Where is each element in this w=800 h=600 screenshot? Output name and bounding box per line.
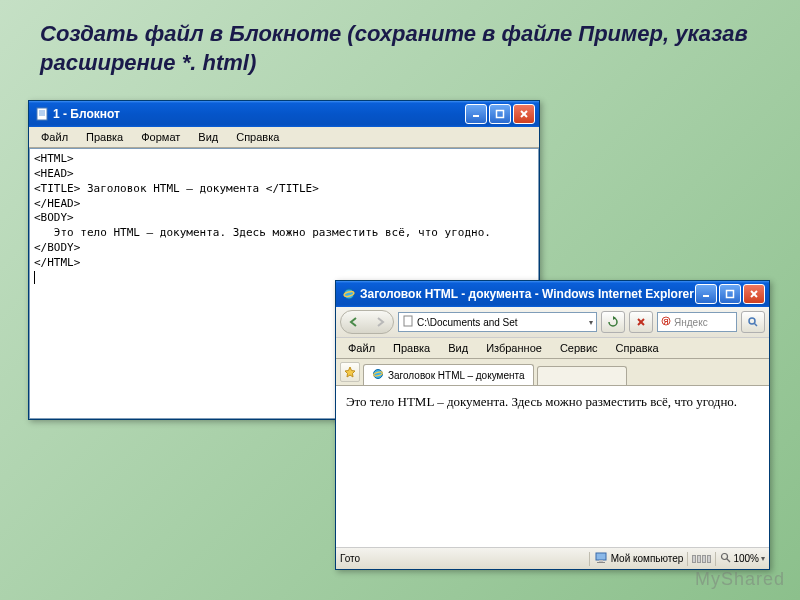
- notepad-menubar: Файл Правка Формат Вид Справка: [29, 127, 539, 148]
- page-icon: [402, 315, 414, 329]
- notepad-icon: [35, 107, 49, 121]
- forward-button[interactable]: [367, 311, 393, 333]
- maximize-button[interactable]: [719, 284, 741, 304]
- menu-help[interactable]: Справка: [228, 129, 287, 145]
- menu-file[interactable]: Файл: [33, 129, 76, 145]
- nav-back-forward: [340, 310, 394, 334]
- svg-point-26: [722, 554, 728, 560]
- menu-favorites[interactable]: Избранное: [478, 340, 550, 356]
- close-button[interactable]: [743, 284, 765, 304]
- refresh-button[interactable]: [601, 311, 625, 333]
- search-go-button[interactable]: [741, 311, 765, 333]
- window-controls: [695, 284, 765, 304]
- computer-icon: [594, 552, 608, 566]
- window-controls: [465, 104, 535, 124]
- tab-active[interactable]: Заголовок HTML – документа: [363, 364, 534, 385]
- address-bar[interactable]: C:\Documents and Set ▾: [398, 312, 597, 332]
- security-zone[interactable]: Мой компьютер: [594, 552, 684, 566]
- ie-window: Заголовок HTML - документа - Windows Int…: [335, 280, 770, 570]
- svg-rect-11: [727, 291, 734, 298]
- address-text: C:\Documents and Set: [417, 317, 586, 328]
- menu-help[interactable]: Справка: [608, 340, 667, 356]
- ie-menubar: Файл Правка Вид Избранное Сервис Справка: [336, 338, 769, 359]
- ie-navigation-toolbar: C:\Documents and Set ▾ Я Яндекс: [336, 307, 769, 338]
- favorites-star-button[interactable]: [340, 362, 360, 382]
- watermark: MyShared: [695, 569, 785, 590]
- slide-title: Создать файл в Блокноте (сохраните в фай…: [40, 20, 760, 77]
- search-box[interactable]: Я Яндекс: [657, 312, 737, 332]
- stop-button[interactable]: [629, 311, 653, 333]
- ie-tabbar: Заголовок HTML – документа: [336, 359, 769, 386]
- svg-point-19: [749, 318, 755, 324]
- svg-rect-14: [404, 316, 412, 326]
- maximize-button[interactable]: [489, 104, 511, 124]
- notepad-title: 1 - Блокнот: [53, 107, 465, 121]
- zoom-dropdown-icon[interactable]: ▾: [761, 554, 765, 563]
- svg-line-27: [727, 559, 730, 562]
- minimize-button[interactable]: [695, 284, 717, 304]
- menu-file[interactable]: Файл: [340, 340, 383, 356]
- menu-edit[interactable]: Правка: [78, 129, 131, 145]
- page-body-text: Это тело HTML – документа. Здесь можно р…: [346, 394, 737, 409]
- tab-new[interactable]: [537, 366, 627, 385]
- svg-rect-24: [599, 560, 603, 562]
- ie-statusbar: Гото Мой компьютер 100% ▾: [336, 547, 769, 569]
- minimize-button[interactable]: [465, 104, 487, 124]
- back-button[interactable]: [341, 311, 367, 333]
- svg-text:Я: Я: [663, 318, 668, 325]
- text-caret: [34, 271, 35, 284]
- svg-rect-25: [597, 562, 605, 563]
- svg-line-20: [755, 324, 758, 327]
- svg-rect-23: [596, 553, 606, 560]
- search-placeholder: Яндекс: [674, 317, 708, 328]
- menu-edit[interactable]: Правка: [385, 340, 438, 356]
- zoom-value: 100%: [733, 553, 759, 564]
- ie-titlebar[interactable]: Заголовок HTML - документа - Windows Int…: [336, 281, 769, 307]
- notepad-titlebar[interactable]: 1 - Блокнот: [29, 101, 539, 127]
- ie-title: Заголовок HTML - документа - Windows Int…: [360, 287, 695, 301]
- ie-page-body: Это тело HTML – документа. Здесь можно р…: [336, 386, 769, 547]
- menu-service[interactable]: Сервис: [552, 340, 606, 356]
- close-button[interactable]: [513, 104, 535, 124]
- zoom-control[interactable]: 100% ▾: [720, 552, 765, 565]
- security-level-icon[interactable]: [692, 555, 711, 563]
- address-dropdown-icon[interactable]: ▾: [589, 318, 593, 327]
- zone-label: Мой компьютер: [611, 553, 684, 564]
- menu-format[interactable]: Формат: [133, 129, 188, 145]
- status-text: Гото: [340, 553, 360, 564]
- star-icon: [344, 366, 356, 378]
- tab-label: Заголовок HTML – документа: [388, 370, 525, 381]
- zoom-icon: [720, 552, 731, 565]
- yandex-icon: Я: [661, 316, 671, 328]
- svg-rect-0: [37, 108, 47, 120]
- menu-view[interactable]: Вид: [190, 129, 226, 145]
- svg-rect-5: [497, 111, 504, 118]
- ie-page-icon: [372, 368, 384, 382]
- menu-view[interactable]: Вид: [440, 340, 476, 356]
- ie-icon: [342, 287, 356, 301]
